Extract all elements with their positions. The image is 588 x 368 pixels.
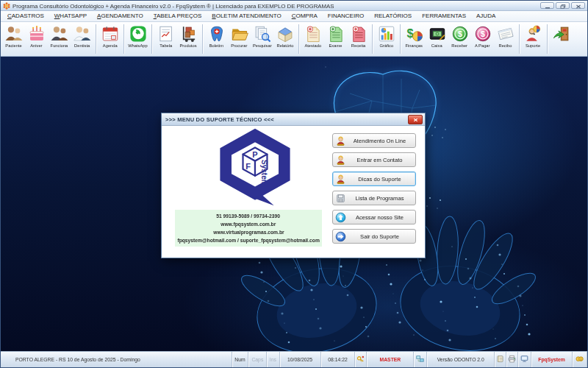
toolbar-button-whatsapp[interactable]: WhatsApp [126, 23, 149, 55]
toolbar-button-suporte[interactable]: Suporte [522, 23, 545, 55]
dialog-button-dicas-do-suporte[interactable]: Dicas do Suporte [332, 171, 416, 186]
dialog-button-acessar-nosso-site[interactable]: Acessar nosso Site [332, 210, 416, 224]
toolbar-button-caixa[interactable]: Caixa [426, 23, 448, 55]
dialog-button-label: Acessar nosso Site [348, 214, 411, 221]
toolbar-label: Exame [329, 43, 343, 48]
toolbar-button-aniver[interactable]: Aniver [25, 23, 48, 55]
toolbar-button-dentista[interactable]: Dentista [71, 23, 93, 55]
caixa-icon [428, 24, 447, 43]
toolbar-button-relatorio[interactable]: Relatório [273, 23, 296, 55]
toolbar-button-sair[interactable] [550, 23, 573, 55]
menu-item-agendamento[interactable]: AGENDAMENTO [92, 11, 148, 21]
svg-text:$: $ [481, 29, 485, 38]
menu-item-financeiro[interactable]: FINANCEIRO [323, 11, 369, 21]
status-book [495, 352, 506, 367]
menu-item-ferramentas[interactable]: FERRAMENTAS [417, 11, 471, 21]
status-net [414, 352, 427, 367]
svg-text:$: $ [458, 29, 462, 38]
produtos-icon [179, 24, 198, 43]
recibo-icon [496, 24, 515, 43]
funciona-icon [50, 24, 69, 43]
toolbar-label: Funciona [51, 43, 68, 48]
menu-item-boletim-atendimento[interactable]: BOLETIM ATENDIMENTO [207, 11, 286, 21]
dialog-button-sair-do-suporte[interactable]: Sair do Suporte [332, 229, 416, 244]
toolbar-button-boletim[interactable]: Boletim [205, 23, 228, 55]
toolbar-label: Procurar [231, 43, 247, 48]
toolbar-button-grafico[interactable]: Gráfico [375, 23, 398, 55]
toolbar-button-agenda[interactable]: Agenda [98, 23, 121, 55]
content-area: >>> MENU DO SUPORTE TÉCNICO <<< P F [1, 57, 588, 353]
dialog-button-label: Lista de Programas [348, 195, 411, 202]
toolbar-separator [151, 24, 152, 54]
toolbar-label: Receita [351, 43, 366, 48]
dialog-button-atendimento-on-line[interactable]: Atendimento On Line [332, 133, 416, 148]
toolbar-label: Receber [452, 43, 468, 48]
toolbar-label: Tabela [159, 43, 172, 48]
toolbar-separator [96, 24, 96, 54]
toolbar-separator [400, 24, 401, 54]
toolbar-separator [547, 24, 548, 54]
agenda-icon [101, 24, 120, 43]
status-version: Versão ODONTO 2.0 [427, 352, 495, 367]
whatsapp-icon [129, 24, 148, 43]
sair-icon [552, 24, 571, 43]
financas-icon: $ [405, 24, 424, 43]
toolbar-label: Aniver [30, 43, 42, 48]
dialog-button-entrar-em-contato[interactable]: Entrar em Contato [332, 152, 416, 167]
dialog-button-label: Dicas do Suporte [348, 176, 411, 183]
toolbar-button-atestado[interactable]: Atestado [301, 23, 324, 55]
logo-word-system: System [260, 160, 268, 186]
suporte-icon [524, 24, 543, 43]
pesquisar-icon [253, 24, 272, 43]
status-brand: FpqSystem [531, 352, 573, 367]
menu-item-cadastros[interactable]: CADASTROS [2, 11, 49, 21]
printer-icon [508, 355, 516, 364]
toolbar-button-apagar[interactable]: $A Pagar [471, 23, 494, 55]
aniver-icon [27, 24, 46, 43]
toolbar-button-financas[interactable]: $Finanças [403, 23, 426, 55]
status-caps: Caps [248, 352, 267, 367]
toolbar-button-receber[interactable]: $Receber [448, 23, 471, 55]
toolbar-button-paciente[interactable]: Paciente [2, 23, 25, 55]
menu-item-tabela-precos[interactable]: TABELA PREÇOS [148, 11, 207, 21]
status-bar: PORTO ALEGRE - RS 10 de Agosto de 2025 -… [1, 351, 587, 367]
minimize-button[interactable] [540, 2, 554, 9]
window-titlebar[interactable]: Programa Consultório Odontológico + Agen… [1, 1, 587, 11]
lista-icon [335, 193, 346, 204]
toolbar-label: Produtos [180, 43, 197, 48]
toolbar-button-procurar[interactable]: Procurar [228, 23, 251, 55]
toolbar-button-receita[interactable]: Receita [347, 23, 370, 55]
status-key [355, 352, 367, 367]
restore-button[interactable] [556, 2, 570, 9]
toolbar: PacienteAniverFuncionaDentistaAgendaWhat… [1, 22, 587, 57]
toolbar-label: Gráfico [379, 43, 393, 48]
dialog-button-lista-de-programas[interactable]: Lista de Programas [332, 191, 416, 205]
contact-line: www.virtualprogramas.com.br [213, 229, 284, 236]
status-user: MASTER [367, 352, 414, 367]
monitor-icon [520, 355, 528, 364]
close-button[interactable] [571, 2, 585, 9]
paciente-icon [4, 24, 24, 43]
toolbar-button-funciona[interactable]: Funciona [48, 23, 71, 55]
dialog-titlebar[interactable]: >>> MENU DO SUPORTE TÉCNICO <<< [162, 113, 425, 126]
tabela-icon [157, 24, 176, 43]
book-icon [496, 355, 504, 364]
support-icon [335, 135, 346, 146]
toolbar-button-tabela[interactable]: Tabela [154, 23, 177, 55]
toolbar-button-produtos[interactable]: Produtos [177, 23, 200, 55]
menu-item-whatsapp[interactable]: WHATSAPP [49, 11, 92, 21]
status-printer [506, 352, 518, 367]
contact-info-box: 51 99139-5089 / 99734-2390www.fpqsystem.… [175, 210, 322, 247]
toolbar-button-exame[interactable]: Exame [324, 23, 347, 55]
menu-item-ajuda[interactable]: AJUDA [471, 11, 501, 21]
dialog-close-button[interactable] [408, 115, 423, 124]
window-title: Programa Consultório Odontológico + Agen… [12, 2, 334, 9]
toolbar-separator [519, 24, 520, 54]
contact-line: www.fpqsystem.com.br [220, 221, 276, 227]
toolbar-button-recibo[interactable]: Recibo [494, 23, 517, 55]
menu-item-compra[interactable]: COMPRA [287, 11, 323, 21]
toolbar-button-pesquisar[interactable]: Pesquisar [251, 23, 273, 55]
grafico-icon [377, 24, 396, 43]
dentista-icon [73, 24, 92, 43]
menu-item-relatorios[interactable]: RELATÓRIOS [369, 11, 417, 21]
